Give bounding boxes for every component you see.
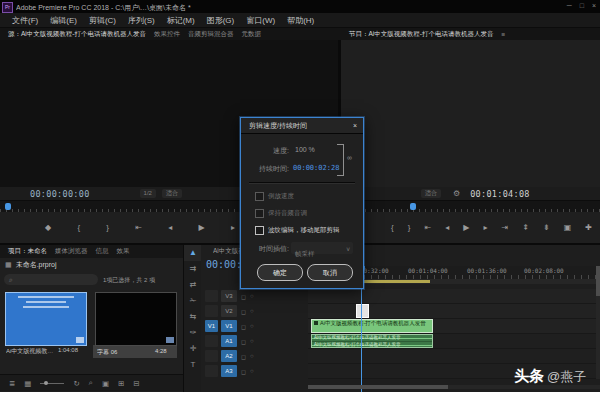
lift-button[interactable]: ⇞: [522, 223, 529, 232]
track-select-forward-tool[interactable]: ⇉: [184, 261, 202, 277]
project-item-name[interactable]: Ai中文版视频教程-打个电话请教机器人: [6, 347, 58, 356]
duration-value[interactable]: 00:00:02:28: [293, 164, 339, 172]
mark-out-button[interactable]: }: [408, 223, 411, 232]
maximize-button[interactable]: □: [580, 2, 584, 9]
timeline-audio-clip[interactable]: Ai中文版视频教程-打个电话请教机器人发音 Ai中文版视频教程-打个电话请教机器…: [311, 334, 433, 348]
menubar-item-4[interactable]: 标记(M): [167, 15, 195, 26]
tab-project-1[interactable]: 媒体浏览器: [55, 247, 88, 256]
export-frame-button[interactable]: ▣: [564, 223, 572, 232]
icon-view-icon[interactable]: ▦: [24, 379, 31, 388]
pen-tool[interactable]: ✑: [184, 325, 202, 341]
maintain-audio-pitch-checkbox[interactable]: [255, 209, 264, 218]
type-tool[interactable]: T: [184, 357, 202, 373]
menubar-item-1[interactable]: 编辑(E): [50, 15, 77, 26]
tab-source-0[interactable]: 源：Ai中文版视频教程-打个电话请教机器人发音: [8, 30, 146, 39]
menubar-item-7[interactable]: 帮助(H): [287, 15, 314, 26]
step-forward-button[interactable]: ▸: [231, 223, 235, 232]
menubar-item-6[interactable]: 窗口(W): [246, 15, 275, 26]
find-icon[interactable]: ⌕: [89, 378, 93, 388]
automate-to-sequence-icon[interactable]: ↻: [73, 379, 79, 388]
track-button-A1[interactable]: A1: [221, 335, 237, 347]
project-item-thumbnail[interactable]: [95, 292, 177, 346]
link-chain-icon[interactable]: ∞: [347, 154, 352, 161]
mark-in-button[interactable]: {: [391, 223, 394, 232]
track-toggle-icon[interactable]: ○: [250, 323, 254, 329]
play-button[interactable]: ▶: [199, 223, 205, 232]
track-lock-icon[interactable]: ◻: [241, 293, 246, 300]
source-assign-A1[interactable]: [205, 335, 218, 347]
track-toggle-icon[interactable]: ○: [250, 338, 254, 344]
play-button[interactable]: ▶: [463, 223, 469, 232]
source-timecode[interactable]: 00:00:00:00: [30, 189, 90, 199]
program-duration-timecode[interactable]: 00:01:04:08: [470, 189, 530, 199]
source-assign-V1[interactable]: V1: [205, 320, 218, 332]
timeline-clip-ghost[interactable]: [356, 304, 369, 318]
track-button-V3[interactable]: V3: [221, 290, 237, 302]
tab-source-2[interactable]: 音频剪辑混合器: [188, 30, 234, 39]
track-button-V1[interactable]: V1: [221, 320, 237, 332]
ripple-edit-tool[interactable]: ⇄: [184, 277, 202, 293]
go-to-in-button[interactable]: ⇤: [135, 223, 142, 232]
close-button[interactable]: ×: [592, 2, 596, 9]
slip-tool[interactable]: ⇆: [184, 309, 202, 325]
track-button-V2[interactable]: V2: [221, 305, 237, 317]
track-lock-icon[interactable]: ◻: [241, 308, 246, 315]
project-item-thumbnail-selected[interactable]: [5, 292, 87, 346]
time-interpolation-dropdown[interactable]: 帧采样 ˅: [291, 242, 353, 254]
button-editor-button[interactable]: ✚: [585, 223, 592, 232]
tab-project-3[interactable]: 效果: [117, 247, 130, 256]
tab-project-0[interactable]: 项目：未命名: [8, 247, 47, 256]
cancel-button[interactable]: 取消: [307, 264, 353, 281]
delete-icon[interactable]: ⊟: [133, 379, 139, 388]
tab-source-1[interactable]: 效果控件: [154, 30, 180, 39]
track-toggle-icon[interactable]: ○: [250, 308, 254, 314]
menubar-item-3[interactable]: 序列(S): [128, 15, 155, 26]
track-toggle-icon[interactable]: ○: [250, 353, 254, 359]
menubar-item-2[interactable]: 剪辑(C): [89, 15, 116, 26]
zoom-level-dropdown[interactable]: 适合: [421, 189, 441, 198]
track-lock-icon[interactable]: ◻: [241, 323, 246, 330]
track-lane-v2[interactable]: [308, 304, 600, 319]
menubar-item-0[interactable]: 文件(F): [12, 15, 38, 26]
dialog-titlebar[interactable]: 剪辑速度/持续时间 ×: [241, 118, 363, 134]
list-view-icon[interactable]: ≣: [9, 379, 15, 388]
hand-tool[interactable]: ✛: [184, 341, 202, 357]
reverse-speed-checkbox[interactable]: [255, 192, 264, 201]
track-toggle-icon[interactable]: ○: [250, 293, 254, 299]
speed-value[interactable]: 100 %: [295, 146, 315, 153]
step-back-button[interactable]: ◂: [445, 223, 449, 232]
settings-gear-icon[interactable]: ⚙: [453, 189, 460, 198]
zoom-level-dropdown[interactable]: 适合: [162, 189, 182, 198]
menubar-item-5[interactable]: 图形(G): [207, 15, 235, 26]
mark-in-button[interactable]: {: [77, 223, 80, 232]
source-assign-V2[interactable]: [205, 305, 218, 317]
timeline-video-clip[interactable]: Ai中文版视频教程-打个电话请教机器人发音: [311, 319, 433, 333]
tab-program-0[interactable]: 节目：Ai中文版视频教程-打个电话请教机器人发音: [349, 30, 493, 39]
razor-tool[interactable]: ✁: [184, 293, 202, 309]
source-assign-A2[interactable]: [205, 350, 218, 362]
ok-button[interactable]: 确定: [257, 264, 303, 281]
track-lock-icon[interactable]: ◻: [241, 353, 246, 360]
new-bin-icon[interactable]: ▣: [102, 379, 109, 388]
project-item-name[interactable]: 字幕 06: [97, 348, 147, 357]
track-button-A3[interactable]: A3: [221, 365, 237, 377]
resolution-dropdown[interactable]: 1/2: [140, 189, 156, 198]
project-search-input[interactable]: ⌕: [4, 274, 98, 285]
minimize-button[interactable]: ─: [567, 2, 572, 9]
program-playhead[interactable]: [410, 203, 416, 210]
go-to-in-button[interactable]: ⇤: [424, 223, 431, 232]
go-to-out-button[interactable]: ⇥: [501, 223, 508, 232]
source-assign-V3[interactable]: [205, 290, 218, 302]
tab-source-3[interactable]: 元数据: [241, 30, 261, 39]
mark-out-button[interactable]: }: [106, 223, 109, 232]
timeline-vertical-scrollbar[interactable]: [596, 266, 600, 379]
track-button-A2[interactable]: A2: [221, 350, 237, 362]
source-playhead[interactable]: [5, 203, 11, 210]
dialog-close-icon[interactable]: ×: [353, 122, 357, 129]
zoom-slider[interactable]: [40, 383, 64, 384]
new-item-icon[interactable]: ⊞: [118, 379, 124, 388]
panel-menu-icon[interactable]: ≡: [501, 31, 505, 38]
tab-project-2[interactable]: 信息: [96, 247, 109, 256]
source-assign-A3[interactable]: [205, 365, 218, 377]
track-toggle-icon[interactable]: ○: [250, 368, 254, 374]
